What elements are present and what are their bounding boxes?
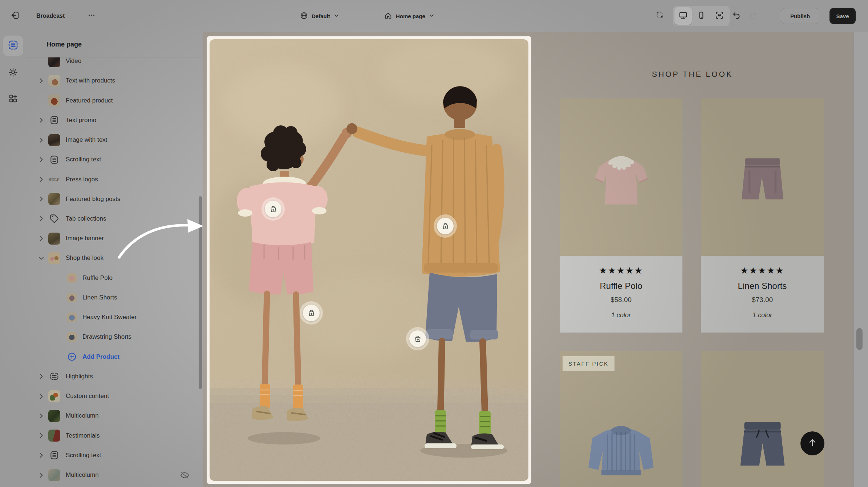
product-pin[interactable] [300,301,323,325]
chevron-right-icon[interactable] [37,235,45,242]
mobile-view-button[interactable] [693,7,710,25]
sidebar-item-text-promo[interactable]: Text promo [27,110,203,130]
sidebar-item-multicolumn[interactable]: Multicolumn [27,465,203,485]
sidebar-item-scrolling-text[interactable]: Scrolling text [27,150,203,169]
sidebar-item-drawstring-shorts[interactable]: Drawstring Shorts [27,327,203,347]
theme-style-label: Default [312,13,330,19]
exit-editor-button[interactable] [8,9,23,23]
desktop-view-button[interactable] [674,7,692,25]
save-button[interactable]: Save [830,8,856,24]
chevron-right-icon[interactable] [37,176,45,183]
product-card[interactable]: STAFF PICK [560,351,682,487]
chevron-right-icon[interactable] [37,77,45,84]
chevron-right-icon[interactable] [37,215,45,222]
bag-plus-icon [437,218,454,234]
sidebar-item-label: Image banner [66,235,104,242]
product-title[interactable]: Ruffle Polo [560,281,682,291]
sidebar-item-custom-content[interactable]: Custom content [27,386,203,406]
product-card[interactable] [701,351,824,487]
sidebar-item-ruffle-polo[interactable]: Ruffle Polo [27,268,203,288]
rail-apps-button[interactable] [3,89,23,109]
fullwidth-view-button[interactable] [711,7,728,25]
more-actions-button[interactable] [84,9,99,23]
gear-icon [8,67,18,79]
rail-theme-settings-button[interactable] [3,63,23,83]
chevron-spacer [56,353,64,361]
product-pin[interactable] [406,327,429,350]
preview-scrollbar-thumb[interactable] [856,328,863,350]
sidebar-item-label: Custom content [66,393,109,400]
sidebar-item-linen-shorts[interactable]: Linen Shorts [27,288,203,307]
product-title[interactable]: Linen Shorts [701,281,824,291]
chevron-down-icon[interactable] [37,254,45,262]
undo-button[interactable] [729,9,744,23]
sidebar-item-label: Scrolling text [66,452,101,459]
thumb-video [48,57,60,67]
chevron-right-icon[interactable] [37,136,45,144]
sidebar-item-press-logos[interactable]: SELFPress logos [27,169,203,189]
sidebar-item-scrolling-text[interactable]: Scrolling text [27,446,203,465]
product-image [560,98,682,256]
shop-the-look-photo[interactable] [207,36,531,484]
garment-linen-shorts [723,138,802,216]
sidebar-item-heavy-knit-sweater[interactable]: Heavy Knit Sweater [27,307,203,327]
sidebar-item-label: Testimonials [66,432,100,439]
chevron-right-icon[interactable] [37,156,45,163]
chevron-right-icon[interactable] [37,452,45,459]
chevron-spacer [56,274,64,282]
sidebar-item-highlights[interactable]: Highlights [27,367,203,386]
redo-icon [749,11,758,21]
undo-icon [732,11,741,21]
doc-icon [48,154,60,166]
chevron-right-icon[interactable] [37,471,45,479]
arrow-up-icon [807,438,818,449]
inspector-icon [656,11,665,21]
doc-icon [48,449,60,461]
product-card-linen-shorts[interactable]: ★★★★★Linen Shorts$73.001 color [701,98,824,333]
sidebar-scrollbar[interactable] [199,196,202,389]
redo-button[interactable] [746,9,760,23]
preview-scrollbar-track[interactable] [853,32,868,487]
sidebar-item-label: Ruffle Polo [82,274,113,282]
chevron-right-icon[interactable] [37,412,45,419]
chevron-right-icon[interactable] [37,393,45,400]
theme-style-selector[interactable]: Default [300,9,339,23]
scroll-to-top-button[interactable] [800,431,824,455]
chevron-right-icon[interactable] [37,373,45,380]
star-rating: ★★★★★ [560,265,682,276]
store-name: Broadcast [36,0,65,32]
sidebar-add-product-button[interactable]: Add Product [27,347,203,367]
chevron-right-icon[interactable] [37,196,45,203]
inspect-section-button[interactable] [653,9,668,23]
hidden-eye-icon[interactable] [180,471,189,480]
sidebar-item-video[interactable]: Video [27,57,203,71]
sidebar-item-multicolumn[interactable]: Multicolumn [27,406,203,426]
chevron-right-icon[interactable] [37,117,45,124]
thumb-drawstring [67,332,77,342]
rail-sections-button[interactable] [3,36,23,56]
bag-plus-icon [265,201,281,217]
sidebar-item-image-banner[interactable]: Image banner [27,229,203,248]
chevron-down-icon [429,13,434,19]
product-pin[interactable] [434,214,457,238]
product-pin[interactable] [261,197,285,221]
page-selector[interactable]: Home page [384,9,434,23]
sidebar-item-tab-collections[interactable]: Tab collections [27,209,203,229]
sidebar-item-testimonials[interactable]: Testimonials [27,426,203,445]
thumb-image-text [48,134,60,146]
star-rating: ★★★★★ [701,265,824,276]
sidebar-header: Home page [27,32,203,57]
sections-sidebar: Home page VideoText with productsFeature… [27,32,203,487]
sidebar-item-featured-product[interactable]: Featured product [27,90,203,110]
sidebar-item-text-with-products[interactable]: Text with products [27,71,203,90]
sidebar-item-image-with-text[interactable]: Image with text [27,130,203,150]
sidebar-item-shop-the-look[interactable]: Shop the look [27,248,203,268]
ellipsis-icon [88,11,96,21]
product-card-ruffle-polo[interactable]: ★★★★★Ruffle Polo$58.001 color [560,98,682,333]
tag-icon [48,213,60,225]
garment-ruffle-polo [580,136,662,218]
chevron-right-icon[interactable] [37,432,45,439]
sidebar-item-featured-blog-posts[interactable]: Featured blog posts [27,189,203,209]
highlights-icon [48,370,60,382]
publish-button[interactable]: Publish [781,8,819,24]
